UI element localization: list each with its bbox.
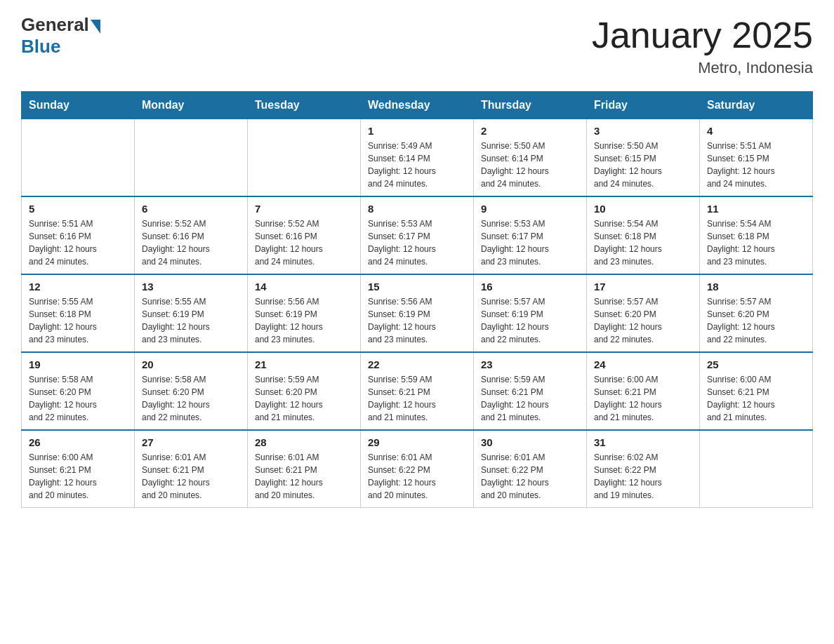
day-info: Sunrise: 5:52 AM Sunset: 6:16 PM Dayligh… <box>255 217 353 268</box>
day-info: Sunrise: 6:01 AM Sunset: 6:22 PM Dayligh… <box>368 451 466 502</box>
calendar-cell: 1Sunrise: 5:49 AM Sunset: 6:14 PM Daylig… <box>361 119 474 197</box>
day-info: Sunrise: 5:57 AM Sunset: 6:19 PM Dayligh… <box>481 295 579 346</box>
day-info: Sunrise: 6:01 AM Sunset: 6:21 PM Dayligh… <box>255 451 353 502</box>
day-info: Sunrise: 5:58 AM Sunset: 6:20 PM Dayligh… <box>142 373 240 424</box>
day-number: 9 <box>481 203 579 215</box>
day-info: Sunrise: 5:51 AM Sunset: 6:15 PM Dayligh… <box>707 140 805 190</box>
calendar-cell <box>22 119 135 197</box>
day-number: 18 <box>707 281 805 293</box>
day-number: 13 <box>142 281 240 293</box>
day-info: Sunrise: 5:51 AM Sunset: 6:16 PM Dayligh… <box>29 217 127 268</box>
calendar-title: January 2025 <box>592 14 813 56</box>
header-day-monday: Monday <box>135 92 248 119</box>
day-number: 25 <box>707 358 805 370</box>
day-info: Sunrise: 5:53 AM Sunset: 6:17 PM Dayligh… <box>481 217 579 268</box>
calendar-cell: 20Sunrise: 5:58 AM Sunset: 6:20 PM Dayli… <box>135 352 248 430</box>
calendar-week-row: 26Sunrise: 6:00 AM Sunset: 6:21 PM Dayli… <box>22 430 813 508</box>
day-info: Sunrise: 5:58 AM Sunset: 6:20 PM Dayligh… <box>29 373 127 424</box>
calendar-cell: 16Sunrise: 5:57 AM Sunset: 6:19 PM Dayli… <box>474 274 587 352</box>
day-number: 26 <box>29 436 127 448</box>
calendar-cell: 18Sunrise: 5:57 AM Sunset: 6:20 PM Dayli… <box>700 274 813 352</box>
day-number: 30 <box>481 436 579 448</box>
calendar-cell: 10Sunrise: 5:54 AM Sunset: 6:18 PM Dayli… <box>587 196 700 274</box>
day-number: 27 <box>142 436 240 448</box>
day-info: Sunrise: 5:59 AM Sunset: 6:21 PM Dayligh… <box>368 373 466 424</box>
page-header: General Blue January 2025 Metro, Indones… <box>21 14 813 77</box>
day-number: 2 <box>481 125 579 137</box>
day-info: Sunrise: 6:02 AM Sunset: 6:22 PM Dayligh… <box>594 451 692 502</box>
calendar-cell: 8Sunrise: 5:53 AM Sunset: 6:17 PM Daylig… <box>361 196 474 274</box>
calendar-cell <box>700 430 813 508</box>
calendar-header-row: SundayMondayTuesdayWednesdayThursdayFrid… <box>22 92 813 119</box>
day-number: 3 <box>594 125 692 137</box>
calendar-cell: 7Sunrise: 5:52 AM Sunset: 6:16 PM Daylig… <box>248 196 361 274</box>
calendar-cell: 29Sunrise: 6:01 AM Sunset: 6:22 PM Dayli… <box>361 430 474 508</box>
day-number: 19 <box>29 358 127 370</box>
calendar-table: SundayMondayTuesdayWednesdayThursdayFrid… <box>21 91 813 508</box>
calendar-cell: 21Sunrise: 5:59 AM Sunset: 6:20 PM Dayli… <box>248 352 361 430</box>
calendar-cell <box>135 119 248 197</box>
day-info: Sunrise: 5:59 AM Sunset: 6:20 PM Dayligh… <box>255 373 353 424</box>
day-number: 20 <box>142 358 240 370</box>
day-number: 15 <box>368 281 466 293</box>
day-info: Sunrise: 5:56 AM Sunset: 6:19 PM Dayligh… <box>255 295 353 346</box>
calendar-cell: 28Sunrise: 6:01 AM Sunset: 6:21 PM Dayli… <box>248 430 361 508</box>
calendar-cell: 31Sunrise: 6:02 AM Sunset: 6:22 PM Dayli… <box>587 430 700 508</box>
calendar-week-row: 5Sunrise: 5:51 AM Sunset: 6:16 PM Daylig… <box>22 196 813 274</box>
day-info: Sunrise: 5:53 AM Sunset: 6:17 PM Dayligh… <box>368 217 466 268</box>
header-day-wednesday: Wednesday <box>361 92 474 119</box>
header-day-saturday: Saturday <box>700 92 813 119</box>
logo: General Blue <box>21 14 100 58</box>
calendar-cell: 13Sunrise: 5:55 AM Sunset: 6:19 PM Dayli… <box>135 274 248 352</box>
calendar-cell: 14Sunrise: 5:56 AM Sunset: 6:19 PM Dayli… <box>248 274 361 352</box>
calendar-cell: 6Sunrise: 5:52 AM Sunset: 6:16 PM Daylig… <box>135 196 248 274</box>
calendar-cell: 26Sunrise: 6:00 AM Sunset: 6:21 PM Dayli… <box>22 430 135 508</box>
day-number: 12 <box>29 281 127 293</box>
logo-triangle-icon <box>91 20 100 34</box>
calendar-cell: 9Sunrise: 5:53 AM Sunset: 6:17 PM Daylig… <box>474 196 587 274</box>
calendar-cell <box>248 119 361 197</box>
day-number: 1 <box>368 125 466 137</box>
day-number: 21 <box>255 358 353 370</box>
day-number: 22 <box>368 358 466 370</box>
header-day-thursday: Thursday <box>474 92 587 119</box>
day-info: Sunrise: 5:50 AM Sunset: 6:15 PM Dayligh… <box>594 140 692 190</box>
calendar-cell: 5Sunrise: 5:51 AM Sunset: 6:16 PM Daylig… <box>22 196 135 274</box>
calendar-week-row: 19Sunrise: 5:58 AM Sunset: 6:20 PM Dayli… <box>22 352 813 430</box>
day-number: 4 <box>707 125 805 137</box>
logo-blue-text: Blue <box>21 36 60 58</box>
calendar-cell: 15Sunrise: 5:56 AM Sunset: 6:19 PM Dayli… <box>361 274 474 352</box>
calendar-cell: 3Sunrise: 5:50 AM Sunset: 6:15 PM Daylig… <box>587 119 700 197</box>
day-number: 6 <box>142 203 240 215</box>
day-info: Sunrise: 6:00 AM Sunset: 6:21 PM Dayligh… <box>594 373 692 424</box>
day-info: Sunrise: 5:57 AM Sunset: 6:20 PM Dayligh… <box>594 295 692 346</box>
day-number: 17 <box>594 281 692 293</box>
day-number: 24 <box>594 358 692 370</box>
day-number: 11 <box>707 203 805 215</box>
calendar-cell: 23Sunrise: 5:59 AM Sunset: 6:21 PM Dayli… <box>474 352 587 430</box>
calendar-cell: 30Sunrise: 6:01 AM Sunset: 6:22 PM Dayli… <box>474 430 587 508</box>
day-number: 31 <box>594 436 692 448</box>
day-info: Sunrise: 5:49 AM Sunset: 6:14 PM Dayligh… <box>368 140 466 190</box>
header-day-tuesday: Tuesday <box>248 92 361 119</box>
day-info: Sunrise: 6:00 AM Sunset: 6:21 PM Dayligh… <box>29 451 127 502</box>
calendar-cell: 4Sunrise: 5:51 AM Sunset: 6:15 PM Daylig… <box>700 119 813 197</box>
calendar-cell: 27Sunrise: 6:01 AM Sunset: 6:21 PM Dayli… <box>135 430 248 508</box>
calendar-cell: 24Sunrise: 6:00 AM Sunset: 6:21 PM Dayli… <box>587 352 700 430</box>
day-info: Sunrise: 5:59 AM Sunset: 6:21 PM Dayligh… <box>481 373 579 424</box>
calendar-week-row: 1Sunrise: 5:49 AM Sunset: 6:14 PM Daylig… <box>22 119 813 197</box>
header-day-sunday: Sunday <box>22 92 135 119</box>
day-number: 8 <box>368 203 466 215</box>
day-info: Sunrise: 5:55 AM Sunset: 6:19 PM Dayligh… <box>142 295 240 346</box>
calendar-cell: 17Sunrise: 5:57 AM Sunset: 6:20 PM Dayli… <box>587 274 700 352</box>
day-number: 7 <box>255 203 353 215</box>
logo-general-text: General <box>21 14 89 36</box>
day-info: Sunrise: 5:56 AM Sunset: 6:19 PM Dayligh… <box>368 295 466 346</box>
day-info: Sunrise: 6:01 AM Sunset: 6:21 PM Dayligh… <box>142 451 240 502</box>
calendar-cell: 25Sunrise: 6:00 AM Sunset: 6:21 PM Dayli… <box>700 352 813 430</box>
calendar-cell: 22Sunrise: 5:59 AM Sunset: 6:21 PM Dayli… <box>361 352 474 430</box>
day-number: 28 <box>255 436 353 448</box>
day-info: Sunrise: 5:52 AM Sunset: 6:16 PM Dayligh… <box>142 217 240 268</box>
day-number: 5 <box>29 203 127 215</box>
day-info: Sunrise: 5:54 AM Sunset: 6:18 PM Dayligh… <box>707 217 805 268</box>
